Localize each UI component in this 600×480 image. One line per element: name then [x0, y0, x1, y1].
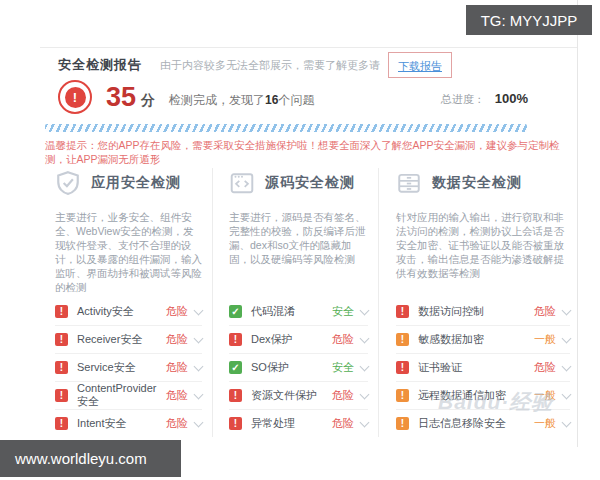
score-unit: 分	[141, 84, 155, 110]
score-value: 35	[106, 82, 136, 113]
summary-suffix: 个问题	[278, 93, 314, 107]
chevron-down-icon[interactable]	[360, 361, 370, 371]
status-badge: 危险	[166, 388, 188, 403]
security-report-page: 安全检测报告 由于内容较多无法全部展示，需要了解更多请 下载报告 ! 35 分 …	[0, 0, 600, 480]
download-report-link[interactable]: 下载报告	[398, 60, 442, 72]
header-note: 由于内容较多无法全部展示，需要了解更多请	[160, 58, 380, 73]
check-label: 代码混淆	[251, 304, 332, 319]
chevron-down-icon[interactable]	[562, 361, 572, 371]
chevron-down-icon[interactable]	[562, 417, 572, 427]
check-label: 证书验证	[418, 360, 534, 375]
column-description: 主要进行，源码是否有签名、完整性的校验，防反编译后泄漏、dex和so文件的隐藏加…	[229, 210, 368, 290]
status-badge: 一般	[534, 388, 556, 403]
chevron-down-icon[interactable]	[194, 417, 204, 427]
check-row-obfuscation[interactable]: ✓ 代码混淆 安全	[229, 298, 368, 325]
check-row-log-info[interactable]: ! 日志信息移除安全 一般	[396, 409, 570, 437]
check-row-intent[interactable]: ! Intent安全 危险	[55, 409, 202, 437]
check-row-resource[interactable]: ! 资源文件保护 危险	[229, 381, 368, 409]
status-icon: !	[55, 361, 68, 374]
right-border	[577, 0, 578, 447]
status-badge: 危险	[166, 416, 188, 431]
shield-check-icon	[55, 170, 81, 196]
status-icon: !	[55, 305, 68, 318]
check-label: 数据访问控制	[418, 304, 534, 319]
status-badge: 危险	[332, 388, 354, 403]
summary-prefix: 检测完成，发现了	[169, 93, 265, 107]
check-row-certificate[interactable]: ! 证书验证 危险	[396, 353, 570, 381]
check-row-service[interactable]: ! Service安全 危险	[55, 353, 202, 381]
check-label: 资源文件保护	[251, 388, 332, 403]
chevron-down-icon[interactable]	[360, 305, 370, 315]
status-badge: 危险	[534, 304, 556, 319]
check-row-remote-comm[interactable]: ! 远程数据通信加密 一般	[396, 381, 570, 409]
detection-columns: 应用安全检测 主要进行，业务安全、组件安全、WebView安全的检测，发现软件登…	[55, 168, 570, 437]
check-label: 远程数据通信加密	[418, 388, 534, 403]
chevron-down-icon[interactable]	[194, 361, 204, 371]
chevron-down-icon[interactable]	[194, 305, 204, 315]
chevron-down-icon[interactable]	[194, 333, 204, 343]
status-badge: 安全	[332, 360, 354, 375]
score-summary: 检测完成，发现了16个问题	[169, 86, 314, 109]
check-list: ! 数据访问控制 危险 ! 敏感数据加密 一般 ! 证书验证 危险	[396, 298, 570, 437]
column-description: 针对应用的输入输出，进行窃取和非法访问的检测，检测协议上会话是否安全加密、证书验…	[396, 210, 570, 290]
check-label: Service安全	[77, 360, 166, 375]
status-badge: 一般	[534, 332, 556, 347]
status-badge: 安全	[332, 304, 354, 319]
check-row-activity[interactable]: ! Activity安全 危险	[55, 298, 202, 325]
check-label: Receiver安全	[77, 332, 166, 347]
check-row-dex[interactable]: ! Dex保护 危险	[229, 325, 368, 353]
check-row-receiver[interactable]: ! Receiver安全 危险	[55, 325, 202, 353]
exclamation-icon: !	[65, 87, 86, 108]
check-row-so[interactable]: ✓ SO保护 安全	[229, 353, 368, 381]
chevron-down-icon[interactable]	[360, 417, 370, 427]
check-list: ! Activity安全 危险 ! Receiver安全 危险 ! Servic…	[55, 298, 202, 437]
column-header: 数据安全检测	[396, 168, 570, 198]
check-label: SO保护	[251, 360, 332, 375]
code-icon	[229, 170, 255, 196]
status-icon: ✓	[229, 361, 242, 374]
tg-overlay-label: TG: MYYJJPP	[466, 5, 592, 35]
warm-tip-text: 温馨提示：您的APP存在风险，需要采取安全措施保护啦！想要全面深入了解您APP安…	[45, 139, 570, 167]
status-icon: !	[396, 417, 409, 430]
chevron-down-icon[interactable]	[360, 333, 370, 343]
check-list: ✓ 代码混淆 安全 ! Dex保护 危险 ✓ SO保护 安全	[229, 298, 368, 437]
check-label: 敏感数据加密	[418, 332, 534, 347]
chevron-down-icon[interactable]	[562, 333, 572, 343]
database-icon	[396, 170, 422, 196]
alert-badge-icon: !	[58, 80, 92, 114]
check-label: Intent安全	[77, 416, 166, 431]
status-badge: 危险	[166, 304, 188, 319]
column-source-security: 源码安全检测 主要进行，源码是否有签名、完整性的校验，防反编译后泄漏、dex和s…	[212, 168, 378, 437]
score-section: ! 35 分 检测完成，发现了16个问题 总进度： 100%	[58, 80, 570, 114]
check-row-data-access[interactable]: ! 数据访问控制 危险	[396, 298, 570, 325]
check-row-contentprovider[interactable]: ! ContentProvider安全 危险	[55, 381, 202, 409]
chevron-down-icon[interactable]	[360, 389, 370, 399]
status-icon: !	[396, 333, 409, 346]
check-row-sensitive-data[interactable]: ! 敏感数据加密 一般	[396, 325, 570, 353]
check-row-exception[interactable]: ! 异常处理 危险	[229, 409, 368, 437]
chevron-down-icon[interactable]	[562, 389, 572, 399]
column-title: 数据安全检测	[432, 174, 522, 192]
progress-label: 总进度：	[441, 88, 485, 107]
status-icon: !	[396, 389, 409, 402]
column-data-security: 数据安全检测 针对应用的输入输出，进行窃取和非法访问的检测，检测协议上会话是否安…	[378, 168, 570, 437]
status-badge: 一般	[534, 416, 556, 431]
progress-value: 100%	[495, 89, 528, 106]
chevron-down-icon[interactable]	[194, 389, 204, 399]
progress-bar	[45, 124, 527, 132]
status-icon: ✓	[229, 305, 242, 318]
status-badge: 危险	[166, 332, 188, 347]
issue-count: 16	[265, 93, 278, 107]
status-badge: 危险	[332, 416, 354, 431]
check-label: 异常处理	[251, 416, 332, 431]
download-link-highlight-box: 下载报告	[388, 52, 452, 78]
page-title: 安全检测报告	[58, 56, 142, 74]
check-label: Dex保护	[251, 332, 332, 347]
top-divider	[40, 47, 577, 48]
check-label: ContentProvider安全	[77, 382, 166, 409]
column-title: 应用安全检测	[91, 174, 181, 192]
column-app-security: 应用安全检测 主要进行，业务安全、组件安全、WebView安全的检测，发现软件登…	[55, 168, 212, 437]
chevron-down-icon[interactable]	[562, 305, 572, 315]
check-label: Activity安全	[77, 304, 166, 319]
status-icon: !	[229, 389, 242, 402]
